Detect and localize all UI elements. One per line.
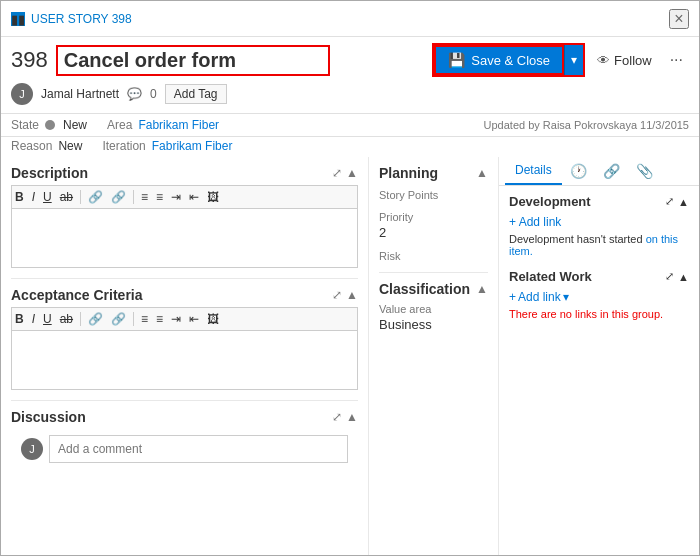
expand-discussion-icon[interactable]: ⤢ — [332, 410, 342, 424]
eye-icon: 👁 — [597, 53, 610, 68]
development-header: Development ⤢ ▲ — [509, 194, 689, 209]
bullet-list-button[interactable]: ≡ — [138, 189, 151, 205]
expand-icon[interactable]: ⤢ — [332, 166, 342, 180]
collapse-rw-icon[interactable]: ▲ — [678, 271, 689, 283]
avatar: J — [11, 83, 33, 105]
collapse-planning-icon[interactable]: ▲ — [476, 166, 488, 180]
ac-outdent-button[interactable]: ⇤ — [186, 311, 202, 327]
numbered-list-button[interactable]: ≡ — [153, 189, 166, 205]
work-item-window: ▮▮ USER STORY 398 × 398 💾 Save & Close ▾… — [0, 0, 700, 556]
expand-dev-icon[interactable]: ⤢ — [665, 195, 674, 208]
ac-indent-button[interactable]: ⇥ — [168, 311, 184, 327]
acceptance-header: Acceptance Criteria ⤢ ▲ — [11, 287, 358, 303]
collapse-discussion-icon[interactable]: ▲ — [346, 410, 358, 424]
risk-label: Risk — [379, 250, 488, 262]
outdent-button[interactable]: ⇤ — [186, 189, 202, 205]
save-close-button[interactable]: 💾 Save & Close — [434, 45, 564, 75]
save-icon: 💾 — [448, 52, 465, 68]
hyperlink2-button[interactable]: 🔗 — [108, 189, 129, 205]
discussion-actions: ⤢ ▲ — [332, 410, 358, 424]
title-bar-left: ▮▮ USER STORY 398 — [11, 12, 669, 26]
title-row: 398 💾 Save & Close ▾ 👁 Follow ··· — [11, 43, 689, 77]
dev-note: Development hasn't started on this item. — [509, 233, 689, 257]
add-link-label[interactable]: Add link — [518, 290, 561, 304]
description-toolbar: B I U ab 🔗 🔗 ≡ ≡ ⇥ ⇤ 🖼 — [11, 185, 358, 208]
ac-bullet-list-button[interactable]: ≡ — [138, 311, 151, 327]
ac-strikethrough-button[interactable]: ab — [57, 311, 76, 327]
state-value[interactable]: New — [63, 118, 87, 132]
story-points-field: Story Points — [379, 189, 488, 201]
priority-value[interactable]: 2 — [379, 225, 488, 240]
image-button[interactable]: 🖼 — [204, 189, 222, 205]
story-link[interactable]: USER STORY 398 — [31, 12, 132, 26]
area-label: Area — [107, 118, 132, 132]
classification-divider — [379, 272, 488, 273]
area-value[interactable]: Fabrikam Fiber — [138, 118, 219, 132]
work-item-id: 398 — [11, 47, 48, 73]
save-close-label: Save & Close — [471, 53, 550, 68]
value-area-field: Value area Business — [379, 303, 488, 332]
follow-button[interactable]: 👁 Follow — [591, 49, 658, 72]
sep2 — [133, 190, 134, 204]
area-field: Area Fabrikam Fiber — [107, 118, 219, 132]
collapse-description-icon[interactable]: ▲ — [346, 166, 358, 180]
tab-details[interactable]: Details — [505, 157, 562, 185]
dropdown-arrow[interactable]: ▾ — [563, 290, 569, 304]
value-area-value[interactable]: Business — [379, 317, 488, 332]
comment-input[interactable] — [49, 435, 348, 463]
bold-button[interactable]: B — [12, 189, 27, 205]
fields-row-2: Reason New Iteration Fabrikam Fiber — [1, 137, 699, 157]
more-button[interactable]: ··· — [664, 47, 689, 73]
iteration-value[interactable]: Fabrikam Fiber — [152, 139, 233, 153]
collapse-acceptance-icon[interactable]: ▲ — [346, 288, 358, 302]
acceptance-content[interactable] — [11, 330, 358, 390]
tab-attachments[interactable]: 📎 — [628, 157, 661, 185]
ac-image-button[interactable]: 🖼 — [204, 311, 222, 327]
ac-italic-button[interactable]: I — [29, 311, 38, 327]
tab-links[interactable]: 🔗 — [595, 157, 628, 185]
dev-add-link[interactable]: + Add link — [509, 215, 689, 229]
work-item-title-input[interactable] — [56, 45, 330, 76]
related-work-title: Related Work — [509, 269, 592, 284]
expand-rw-icon[interactable]: ⤢ — [665, 270, 674, 283]
classification-header: Classification ▲ — [379, 281, 488, 297]
ac-underline-button[interactable]: U — [40, 311, 55, 327]
description-content[interactable] — [11, 208, 358, 268]
collapse-classification-icon[interactable]: ▲ — [476, 282, 488, 296]
acceptance-actions: ⤢ ▲ — [332, 288, 358, 302]
planning-header: Planning ▲ — [379, 165, 488, 181]
divider2 — [11, 400, 358, 401]
story-points-label: Story Points — [379, 189, 488, 201]
italic-button[interactable]: I — [29, 189, 38, 205]
ac-hyperlink-button[interactable]: 🔗 — [85, 311, 106, 327]
ac-bold-button[interactable]: B — [12, 311, 27, 327]
collapse-dev-icon[interactable]: ▲ — [678, 196, 689, 208]
ac-numbered-list-button[interactable]: ≡ — [153, 311, 166, 327]
dev-note-link: on this item. — [509, 233, 678, 257]
discussion-section: Discussion ⤢ ▲ J — [11, 409, 358, 469]
indent-button[interactable]: ⇥ — [168, 189, 184, 205]
reason-value[interactable]: New — [58, 139, 82, 153]
related-work-header: Related Work ⤢ ▲ — [509, 269, 689, 284]
sep1 — [80, 190, 81, 204]
save-close-group: 💾 Save & Close ▾ — [432, 43, 585, 77]
planning-title: Planning — [379, 165, 438, 181]
tab-history[interactable]: 🕐 — [562, 157, 595, 185]
underline-button[interactable]: U — [40, 189, 55, 205]
acceptance-criteria-title: Acceptance Criteria — [11, 287, 143, 303]
follow-label: Follow — [614, 53, 652, 68]
add-tag-button[interactable]: Add Tag — [165, 84, 227, 104]
rw-add-link[interactable]: + Add link ▾ — [509, 290, 689, 304]
comment-count: 0 — [150, 87, 157, 101]
main-content: Description ⤢ ▲ B I U ab 🔗 🔗 ≡ ≡ — [1, 157, 699, 555]
description-title: Description — [11, 165, 88, 181]
hyperlink-button[interactable]: 🔗 — [85, 189, 106, 205]
header-actions: 💾 Save & Close ▾ 👁 Follow ··· — [432, 43, 689, 77]
close-button[interactable]: × — [669, 9, 689, 29]
header: 398 💾 Save & Close ▾ 👁 Follow ··· J — [1, 37, 699, 114]
ac-hyperlink2-button[interactable]: 🔗 — [108, 311, 129, 327]
strikethrough-button[interactable]: ab — [57, 189, 76, 205]
expand-acceptance-icon[interactable]: ⤢ — [332, 288, 342, 302]
save-close-dropdown-button[interactable]: ▾ — [564, 45, 583, 75]
description-section: Description ⤢ ▲ B I U ab 🔗 🔗 ≡ ≡ — [11, 165, 358, 268]
